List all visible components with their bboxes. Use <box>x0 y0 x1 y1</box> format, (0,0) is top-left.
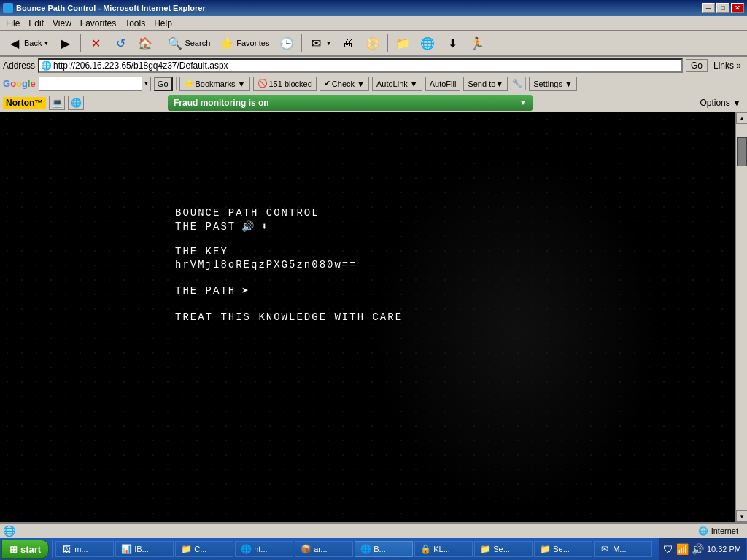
the-path-line: THE PATH ➤ <box>175 284 403 298</box>
norton-web-icon[interactable]: 🌐 <box>68 96 84 110</box>
menu-help[interactable]: Help <box>150 18 177 29</box>
gb-sep1 <box>176 77 177 90</box>
minimize-button[interactable]: ─ <box>702 3 715 13</box>
norton-pc-icon[interactable]: 💻 <box>49 96 65 110</box>
web-btn[interactable]: 🌐 <box>416 33 439 53</box>
menu-bar: File Edit View Favorites Tools Help <box>0 16 747 31</box>
taskbar-item-7[interactable]: 📁 Se... <box>474 541 533 557</box>
toolbar: ◀ Back ▼ ▶ ✕ ↺ 🏠 🔍 Search ⭐ Favorites 🕒 <box>0 31 747 57</box>
mail-icon: ✉ <box>309 35 325 51</box>
taskbar-label-6: KL... <box>433 545 450 553</box>
favorites-label: Favorites <box>236 39 269 47</box>
refresh-icon: ↺ <box>112 35 128 51</box>
taskbar-item-2[interactable]: 📁 C... <box>175 541 233 557</box>
spacer-3 <box>175 300 403 311</box>
taskbar-icon-8: 📁 <box>539 543 551 555</box>
sound-icon[interactable]: 🔊 <box>241 220 255 233</box>
address-input[interactable] <box>53 61 680 71</box>
taskbar-label-4: ar... <box>314 545 327 553</box>
google-settings-button[interactable]: Settings ▼ <box>529 77 577 91</box>
status-bar: 🌐 🌐 Internet <box>0 522 747 538</box>
taskbar-item-4[interactable]: 📦 ar... <box>295 541 353 557</box>
taskbar-item-0[interactable]: 🖼 m... <box>55 541 114 557</box>
taskbar-icon-7: 📁 <box>479 543 491 555</box>
scroll-track[interactable] <box>736 124 747 510</box>
google-check-button[interactable]: ✔ Check ▼ <box>320 77 369 91</box>
print-button[interactable]: 🖨 <box>336 33 360 53</box>
home-button[interactable]: 🏠 <box>133 33 157 53</box>
mail-button[interactable]: ✉ ▼ <box>305 33 336 53</box>
treat-label: TREAT THIS KNOWLEDGE WITH CARE <box>175 311 403 323</box>
back-button[interactable]: ◀ Back ▼ <box>3 33 53 53</box>
arrow-right-icon[interactable]: ➤ <box>241 284 250 298</box>
norton-tray-icon: 🛡 <box>663 543 673 555</box>
menu-edit[interactable]: Edit <box>24 18 48 29</box>
key-value: hrVMjl8oREqzPXG5zn080w== <box>175 259 357 271</box>
favorites-button[interactable]: ⭐ Favorites <box>215 33 273 53</box>
zone-text: Internet <box>711 526 738 535</box>
browser-body: BOUNCE PATH CONTROL THE PAST 🔊 ⬇ THE KEY… <box>0 112 747 538</box>
links-button[interactable]: Links » <box>711 60 744 71</box>
menu-view[interactable]: View <box>48 18 76 29</box>
google-sendto-button[interactable]: Send to▼ <box>463 77 508 91</box>
web-icon: 🌐 <box>419 35 436 51</box>
taskbar-item-5[interactable]: 🌐 B... <box>355 541 413 557</box>
taskbar-separator <box>52 540 53 558</box>
google-logo: Google <box>3 78 36 89</box>
start-label: start <box>20 544 41 555</box>
history-button[interactable]: 🕒 <box>275 33 298 53</box>
google-bookmarks-button[interactable]: ⭐ Bookmarks ▼ <box>179 77 250 91</box>
taskbar-item-6[interactable]: 🔒 KL... <box>414 541 473 557</box>
toolbar-separator-1 <box>80 34 81 52</box>
menu-file[interactable]: File <box>1 18 24 29</box>
google-blocked-button[interactable]: 🚫 151 blocked <box>253 77 317 91</box>
taskbar: ⊞ start 🖼 m... 📊 IB... 📁 C... 🌐 ht... 📦 … <box>0 538 747 560</box>
scroll-down-button[interactable]: ▼ <box>736 510 747 522</box>
google-search-input[interactable] <box>39 79 142 89</box>
search-label: Search <box>185 39 210 47</box>
the-key-line: THE KEY <box>175 246 403 257</box>
taskbar-item-3[interactable]: 🌐 ht... <box>235 541 293 557</box>
google-dropdown[interactable]: ▼ <box>142 77 150 91</box>
taskbar-item-1[interactable]: 📊 IB... <box>115 541 174 557</box>
close-button[interactable]: ✕ <box>731 3 744 13</box>
google-autolink-button[interactable]: AutoLink ▼ <box>372 77 422 91</box>
fraud-bar: Fraud monitoring is on ▼ <box>168 95 533 111</box>
go-button[interactable]: Go <box>686 59 708 72</box>
folder-button[interactable]: 📁 <box>391 33 414 53</box>
forward-button[interactable]: ▶ <box>54 33 77 53</box>
the-key-label: THE KEY <box>175 246 228 257</box>
google-wrench-icon[interactable]: 🔧 <box>512 79 522 88</box>
scroll-thumb[interactable] <box>737 137 747 166</box>
google-go-button[interactable]: Go <box>154 77 173 91</box>
taskbar-icon-2: 📁 <box>180 543 192 555</box>
run-btn[interactable]: 🏃 <box>465 33 489 53</box>
refresh-button[interactable]: ↺ <box>109 33 132 53</box>
search-icon: 🔍 <box>167 35 183 51</box>
tray-icon-1: 📶 <box>676 543 689 555</box>
taskbar-icon-0: 🖼 <box>61 543 72 555</box>
background-figure <box>371 149 662 513</box>
media-button[interactable]: 📀 <box>361 33 384 53</box>
norton-options-button[interactable]: Options ▼ <box>697 97 744 109</box>
zone-icon: 🌐 <box>698 526 708 536</box>
google-autofill-button[interactable]: AutoFill <box>425 77 461 91</box>
gb-sep2 <box>525 77 526 90</box>
menu-favorites[interactable]: Favorites <box>76 18 120 29</box>
menu-tools[interactable]: Tools <box>120 18 150 29</box>
start-button[interactable]: ⊞ start <box>1 540 49 559</box>
maximize-button[interactable]: □ <box>716 3 729 13</box>
search-button[interactable]: 🔍 Search <box>163 33 214 53</box>
toolbar-separator-3 <box>301 34 302 52</box>
download-btn[interactable]: ⬇ <box>441 33 464 53</box>
the-past-label: THE PAST <box>175 221 236 233</box>
taskbar-item-9[interactable]: ✉ M... <box>594 541 652 557</box>
taskbar-item-8[interactable]: 📁 Se... <box>534 541 592 557</box>
download-arrow-icon[interactable]: ⬇ <box>261 220 268 233</box>
print-icon: 🖨 <box>340 35 356 51</box>
stop-button[interactable]: ✕ <box>84 33 107 53</box>
status-zone: 🌐 Internet <box>692 526 744 536</box>
norton-logo: Norton™ <box>3 97 46 109</box>
fraud-dropdown-icon[interactable]: ▼ <box>519 98 527 106</box>
scroll-up-button[interactable]: ▲ <box>736 112 747 124</box>
